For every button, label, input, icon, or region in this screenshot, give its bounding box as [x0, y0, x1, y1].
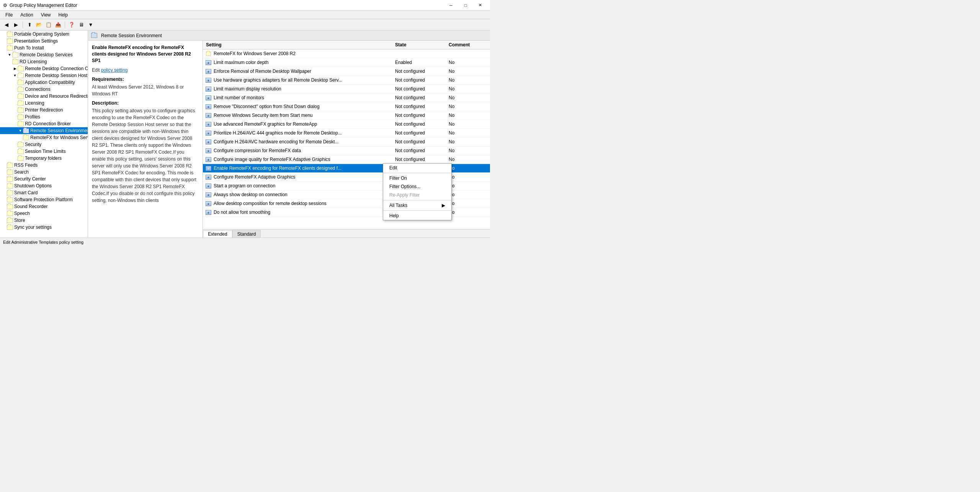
row-state: Not configured [395, 95, 449, 100]
display-button[interactable]: 🖥 [77, 21, 85, 29]
tree-item-sync[interactable]: Sync your settings [0, 224, 88, 231]
row-setting-name: Remove Windows Security item from Start … [214, 113, 395, 118]
menu-action[interactable]: Action [17, 11, 36, 18]
table-row[interactable]: ≡ Use advanced RemoteFX graphics for Rem… [203, 120, 490, 129]
tree-item-search[interactable]: Search [0, 169, 88, 175]
tree-item-app-compat[interactable]: Application Compatibility [0, 79, 88, 86]
menu-bar: File Action View Help [0, 11, 490, 19]
ctx-filter-on[interactable]: Filter On [383, 174, 451, 182]
toolbar-sep-2 [65, 21, 65, 28]
folder-icon [7, 177, 13, 182]
row-comment: No [449, 174, 487, 180]
tree-label: Speech [14, 211, 30, 216]
export-button[interactable]: 📤 [54, 21, 62, 29]
menu-file[interactable]: File [2, 11, 16, 18]
tree-item-rss[interactable]: RSS Feeds [0, 162, 88, 169]
filter-button[interactable]: ▼ [87, 21, 95, 29]
table-row[interactable]: ≡ Configure H.264/AVC hardware encoding … [203, 138, 490, 146]
table-row[interactable]: ≡ Limit maximum display resolution Not c… [203, 85, 490, 93]
desc-edit-link[interactable]: policy setting [101, 67, 127, 73]
left-panel[interactable]: Portable Operating System Presentation S… [0, 31, 88, 238]
table-row[interactable]: ≡ Remove "Disconnect" option from Shut D… [203, 102, 490, 111]
tree-item-software-protection[interactable]: Software Protection Platform [0, 196, 88, 203]
ctx-filter-on-label: Filter On [389, 175, 407, 181]
table-row[interactable]: ≡ Limit maximum color depth Enabled No [203, 58, 490, 67]
tree-item-rdcc[interactable]: ▶ Remote Desktop Connection Client [0, 65, 88, 72]
menu-help[interactable]: Help [56, 11, 71, 18]
tree-item-security-center[interactable]: Security Center [0, 175, 88, 182]
ctx-help[interactable]: Help [383, 212, 451, 220]
tree-label: Remote Session Environment [30, 128, 88, 133]
toolbar: ◀ ▶ ⬆ 📂 📋 📤 ❓ 🖥 ▼ [0, 19, 490, 31]
row-policy-icon: ≡ [206, 59, 212, 66]
tree-item-presentation[interactable]: Presentation Settings [0, 38, 88, 44]
row-setting-name: Limit number of monitors [214, 95, 395, 100]
minimize-button[interactable]: ─ [444, 2, 458, 9]
tab-extended[interactable]: Extended [203, 230, 232, 238]
tree-item-shutdown[interactable]: Shutdown Options [0, 182, 88, 189]
ctx-filter-options[interactable]: Filter Options... [383, 182, 451, 191]
row-policy-icon: ≡ [206, 174, 212, 180]
menu-view[interactable]: View [38, 11, 54, 18]
tree-item-speech[interactable]: Speech [0, 210, 88, 217]
table-row[interactable]: ≡ Remove Windows Security item from Star… [203, 111, 490, 120]
tree-item-session-limits[interactable]: Session Time Limits [0, 148, 88, 155]
tree-item-licensing[interactable]: Licensing [0, 100, 88, 107]
tab-standard[interactable]: Standard [232, 230, 261, 238]
table-row[interactable]: ≡ Configure compression for RemoteFX dat… [203, 146, 490, 155]
tree-item-profiles[interactable]: Profiles [0, 113, 88, 120]
maximize-button[interactable]: □ [459, 2, 472, 9]
help-button[interactable]: ❓ [67, 21, 76, 29]
tree-item-sound-recorder[interactable]: Sound Recorder [0, 203, 88, 210]
up-button[interactable]: ⬆ [25, 21, 34, 29]
tree-label: Remote Desktop Services [20, 52, 73, 57]
tree-item-rse[interactable]: ▼ Remote Session Environment [0, 127, 88, 134]
table-row[interactable]: ≡ Configure image quality for RemoteFX A… [203, 155, 490, 164]
tree-item-push-install[interactable]: Push To Install [0, 44, 88, 51]
row-setting-name: Limit maximum display resolution [214, 86, 395, 92]
tree-item-temp-folders[interactable]: Temporary folders [0, 155, 88, 162]
ctx-reapply-filter[interactable]: Re-Apply Filter [383, 191, 451, 199]
tree-item-connections[interactable]: Connections [0, 86, 88, 93]
app-title: Group Policy Management Editor [10, 3, 77, 8]
folder-icon [18, 156, 24, 161]
tree-label: Shutdown Options [14, 183, 52, 189]
tree-item-smart-card[interactable]: Smart Card [0, 189, 88, 196]
row-comment: No [449, 121, 487, 127]
ctx-reapply-label: Re-Apply Filter [389, 192, 420, 198]
tree-item-device-redirection[interactable]: Device and Resource Redirection [0, 93, 88, 100]
tree-item-portable-os[interactable]: Portable Operating System [0, 31, 88, 38]
ctx-all-tasks[interactable]: All Tasks ▶ [383, 201, 451, 210]
properties-button[interactable]: 📋 [44, 21, 53, 29]
tree-item-rd-broker[interactable]: RD Connection Broker [0, 120, 88, 127]
tree-item-remotefx[interactable]: RemoteFX for Windows Server 20 [0, 134, 88, 141]
folder-icon [18, 101, 24, 106]
row-policy-icon: ≡ [206, 156, 212, 162]
row-policy-icon: ≡ [206, 121, 212, 127]
row-comment: No [449, 201, 487, 206]
tree-label: Session Time Limits [25, 149, 66, 154]
tree-item-rdsh[interactable]: ▼ Remote Desktop Session Host [0, 72, 88, 79]
table-row[interactable]: ≡ Use hardware graphics adapters for all… [203, 76, 490, 85]
table-row[interactable]: ≡ Prioritize H.264/AVC 444 graphics mode… [203, 129, 490, 138]
tree-item-security[interactable]: Security [0, 141, 88, 148]
open-button[interactable]: 📂 [35, 21, 43, 29]
close-button[interactable]: ✕ [473, 2, 487, 9]
folder-icon [18, 121, 24, 126]
ctx-edit[interactable]: Edit [383, 164, 451, 172]
tree-item-store[interactable]: Store [0, 217, 88, 224]
table-row[interactable]: ≡ Enforce Removal of Remote Desktop Wall… [203, 67, 490, 76]
table-row[interactable]: ≡ Limit number of monitors Not configure… [203, 93, 490, 102]
tree-item-rds[interactable]: ▼ Remote Desktop Services [0, 51, 88, 58]
row-setting-name: Prioritize H.264/AVC 444 graphics mode f… [214, 130, 395, 136]
row-folder-icon [206, 51, 212, 57]
tree-item-printer-redir[interactable]: Printer Redirection [0, 107, 88, 113]
row-setting-name: Do not allow font smoothing [214, 210, 395, 215]
table-row[interactable]: RemoteFX for Windows Server 2008 R2 [203, 49, 490, 58]
tree-item-rd-licensing[interactable]: RD Licensing [0, 58, 88, 65]
row-policy-icon: ≡ [206, 200, 212, 207]
forward-button[interactable]: ▶ [12, 21, 20, 29]
row-setting-name: Configure RemoteFX Adaptive Graphics [214, 174, 395, 180]
back-button[interactable]: ◀ [2, 21, 11, 29]
tree-label: Software Protection Platform [14, 197, 73, 202]
